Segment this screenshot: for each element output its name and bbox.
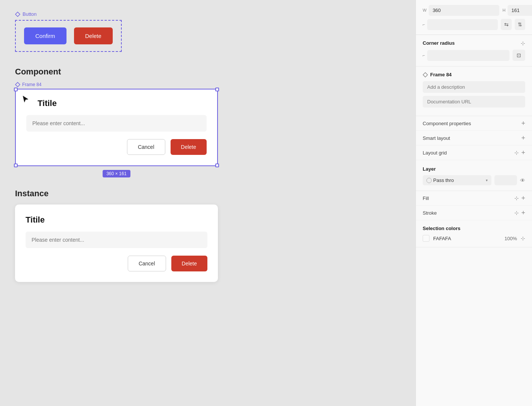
- fill-expand-btn[interactable]: ⊹: [514, 195, 519, 201]
- layer-section: Layer Pass thro ▾ 100% 👁: [416, 160, 532, 191]
- component-properties-add-btn[interactable]: +: [521, 120, 525, 127]
- selection-colors-section: Selection colors FAFAFA 100% ⊹: [416, 220, 532, 247]
- handle-tl: [14, 88, 18, 91]
- layout-grid-add-btn[interactable]: +: [521, 149, 525, 156]
- corner-radius-title: Corner radius: [423, 40, 455, 46]
- handle-br: [215, 164, 219, 167]
- stroke-controls: ⊹ +: [514, 209, 525, 216]
- height-input[interactable]: [508, 5, 532, 16]
- transform-row2: ⌐ 0° ⇆ ⇅: [423, 19, 525, 30]
- corner-radius-mode-btn[interactable]: ⊡: [512, 50, 525, 61]
- component-cancel-button[interactable]: Cancel: [127, 139, 165, 155]
- selection-color-row: FAFAFA 100% ⊹: [423, 235, 525, 242]
- angle-input[interactable]: 0°: [427, 19, 498, 30]
- corner-radius-field: ⌐ 0: [423, 50, 509, 61]
- component-properties-label: Component properties: [423, 121, 471, 126]
- color-swatch-1[interactable]: [423, 235, 429, 242]
- corner-radius-section: Corner radius ⊹ ⌐ 0 ⊡: [416, 35, 532, 67]
- width-label: W: [423, 8, 426, 12]
- layout-grid-expand-btn[interactable]: ⊹: [514, 150, 519, 155]
- frame-section-icon: [423, 72, 428, 77]
- handle-tr: [215, 88, 219, 91]
- corner-radius-expand-btn[interactable]: ⊹: [521, 41, 525, 46]
- layout-grid-row: Layout grid ⊹ +: [416, 145, 532, 160]
- layout-grid-label: Layout grid: [423, 150, 447, 156]
- opacity-input[interactable]: 100%: [494, 175, 517, 185]
- button-section: Button Confirm Delete: [15, 11, 401, 52]
- smart-layout-label: Smart layout: [423, 135, 450, 141]
- component-frame-box: Titile Cancel Delete: [15, 89, 218, 166]
- color-opacity-1: 100%: [505, 236, 517, 241]
- frame-tag: Frame 84: [15, 82, 218, 87]
- transform-row1: W H ⛓: [423, 5, 525, 16]
- diamond-icon: [15, 12, 20, 17]
- corner-radius-header: Corner radius ⊹: [423, 40, 525, 46]
- instance-dialog-actions: Cancel Delete: [26, 256, 207, 271]
- handle-bl: [14, 164, 18, 167]
- blend-mode-value: Pass thro: [433, 177, 484, 183]
- button-section-tag: Button: [15, 11, 401, 17]
- width-input[interactable]: [429, 5, 499, 16]
- component-frame-wrapper: Frame 84 Titile Cancel Delete 3: [15, 82, 218, 166]
- corner-radius-row: ⌐ 0 ⊡: [423, 50, 525, 61]
- height-label: H: [502, 8, 505, 12]
- dimension-badge: 360 × 161: [103, 170, 130, 177]
- component-properties-row: Component properties +: [416, 116, 532, 131]
- smart-layout-row: Smart layout +: [416, 131, 532, 145]
- canvas-area: Button Confirm Delete Component Frame 84: [0, 0, 416, 406]
- fill-add-btn[interactable]: +: [521, 195, 525, 201]
- angle-icon: ⌐: [423, 22, 425, 27]
- width-field: W: [423, 5, 499, 16]
- layout-grid-controls: ⊹ +: [514, 149, 525, 156]
- flip-h-button[interactable]: ⇆: [501, 19, 511, 30]
- instance-delete-button[interactable]: Delete: [171, 256, 207, 271]
- component-label: Component: [15, 67, 401, 77]
- fill-controls: ⊹ +: [514, 195, 525, 201]
- description-input[interactable]: [423, 81, 525, 93]
- layer-controls: Pass thro ▾ 100% 👁: [423, 175, 525, 185]
- height-field: H: [502, 5, 532, 16]
- stroke-label: Stroke: [423, 210, 437, 216]
- component-delete-button[interactable]: Delete: [171, 139, 207, 155]
- flip-v-button[interactable]: ⇅: [515, 19, 525, 30]
- corner-radius-input[interactable]: 0: [427, 50, 509, 61]
- selection-colors-title: Selection colors: [423, 226, 460, 231]
- instance-label: Instance: [15, 189, 401, 198]
- instance-cancel-button[interactable]: Cancel: [128, 256, 166, 271]
- stroke-row: Stroke ⊹ +: [416, 206, 532, 220]
- component-section: Component Frame 84 Titile: [15, 67, 401, 282]
- component-dialog-title: Titile: [38, 98, 207, 108]
- documentation-input[interactable]: [423, 96, 525, 108]
- instance-dialog-input[interactable]: [26, 232, 207, 248]
- visibility-toggle[interactable]: 👁: [520, 177, 525, 183]
- color-expand-btn[interactable]: ⊹: [521, 236, 525, 241]
- right-panel: W H ⛓ ⌐ 0° ⇆ ⇅ Corner radius ⊹ ⌐: [416, 0, 532, 406]
- delete-button[interactable]: Delete: [74, 27, 113, 44]
- angle-field: ⌐ 0°: [423, 19, 498, 30]
- component-dialog-actions: Cancel Delete: [26, 139, 207, 155]
- fill-row: Fill ⊹ +: [416, 191, 532, 206]
- blend-mode-field: Pass thro ▾: [423, 175, 491, 185]
- instance-dialog-title: Titile: [26, 215, 207, 225]
- frame-tag-label: Frame 84: [22, 82, 41, 87]
- instance-box: Titile Cancel Delete: [15, 205, 218, 282]
- transform-section: W H ⛓ ⌐ 0° ⇆ ⇅: [416, 0, 532, 35]
- blend-mode-icon: [426, 178, 432, 183]
- fill-label: Fill: [423, 195, 429, 201]
- frame-properties-header: Frame 84: [423, 72, 525, 77]
- confirm-button[interactable]: Confirm: [24, 27, 66, 44]
- blend-mode-chevron: ▾: [486, 178, 488, 182]
- color-value-1: FAFAFA: [433, 236, 501, 241]
- cursor-icon: [21, 95, 30, 104]
- stroke-add-btn[interactable]: +: [521, 209, 525, 216]
- stroke-expand-btn[interactable]: ⊹: [514, 210, 519, 215]
- frame-properties-title: Frame 84: [423, 72, 452, 77]
- frame-properties-section: Frame 84: [416, 67, 532, 116]
- smart-layout-add-btn[interactable]: +: [521, 135, 525, 141]
- corner-icon: ⌐: [423, 53, 425, 58]
- button-frame: Confirm Delete: [15, 20, 122, 52]
- component-dialog-input[interactable]: [26, 115, 207, 132]
- selection-colors-header: Selection colors: [423, 226, 525, 231]
- frame-diamond-icon: [15, 82, 20, 87]
- layer-title: Layer: [423, 165, 525, 172]
